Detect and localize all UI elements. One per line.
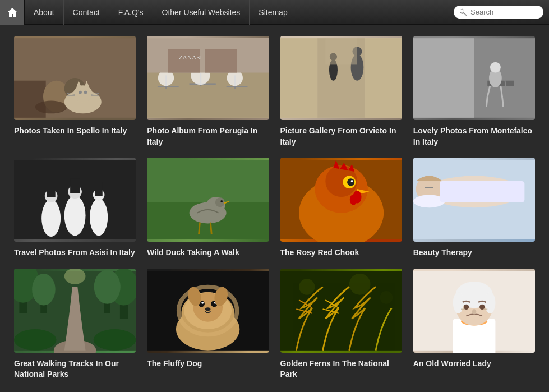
card-title-perugia: Photo Album From Perugia In Italy — [147, 126, 269, 147]
card-asisi[interactable]: Travel Photos From Asisi In Italy — [14, 158, 136, 259]
nav-other-websites[interactable]: Other Useful Websites — [153, 0, 250, 25]
svg-point-75 — [350, 180, 353, 182]
svg-point-108 — [205, 307, 210, 311]
svg-line-66 — [199, 223, 200, 234]
card-image-lady — [413, 269, 535, 353]
svg-rect-28 — [205, 49, 237, 73]
svg-rect-23 — [227, 86, 248, 87]
svg-point-53 — [64, 196, 86, 236]
navigation: About Contact F.A.Q's Other Useful Websi… — [0, 0, 549, 25]
home-icon — [7, 7, 18, 18]
svg-point-120 — [453, 292, 464, 313]
card-title-asisi: Travel Photos From Asisi In Italy — [14, 247, 136, 259]
svg-line-47 — [502, 98, 503, 107]
main-content: Photos Taken In Spello In Italy ZANASI P… — [0, 25, 549, 391]
card-title-walking: Great Walking Tracks In Our National Par… — [14, 358, 136, 380]
svg-rect-38 — [325, 38, 357, 64]
svg-rect-1 — [14, 81, 46, 118]
nav-contact[interactable]: Contact — [64, 0, 109, 25]
svg-point-74 — [347, 178, 354, 186]
svg-point-97 — [64, 269, 86, 284]
card-title-orvieto: Picture Gallery From Orvieto In Italy — [280, 126, 402, 147]
svg-point-63 — [215, 197, 225, 207]
search-icon — [459, 8, 467, 16]
svg-rect-55 — [70, 178, 80, 193]
card-title-montefalco: Lovely Photos From Montefalco In Italy — [413, 126, 535, 147]
svg-point-93 — [94, 270, 121, 303]
svg-rect-40 — [413, 38, 474, 118]
svg-text:ZANASI: ZANASI — [179, 54, 202, 61]
svg-rect-31 — [280, 38, 317, 118]
card-title-dog: The Fluffy Dog — [147, 358, 269, 370]
card-image-ferns — [280, 269, 402, 353]
svg-point-43 — [490, 62, 501, 73]
card-image-beauty — [413, 158, 535, 242]
card-image-dog — [147, 269, 269, 353]
nav-sitemap[interactable]: Sitemap — [250, 0, 297, 25]
card-duck[interactable]: Wild Duck Taking A Walk — [147, 158, 269, 259]
svg-point-121 — [485, 292, 495, 313]
card-title-spello: Photos Taken In Spello In Italy — [14, 126, 136, 137]
svg-point-78 — [349, 195, 357, 205]
card-perugia[interactable]: ZANASI Photo Album From Perugia In Italy — [147, 36, 269, 147]
card-title-lady: An Old Worried Lady — [413, 358, 535, 370]
card-chook[interactable]: The Rosy Red Chook — [280, 158, 402, 259]
card-ferns[interactable]: Golden Ferns In The National Park — [280, 269, 402, 380]
card-image-duck — [147, 158, 269, 242]
svg-point-65 — [221, 200, 223, 202]
svg-point-50 — [41, 200, 61, 237]
svg-line-46 — [486, 96, 487, 107]
card-montefalco[interactable]: Lovely Photos From Montefalco In Italy — [413, 36, 535, 147]
photo-grid: Photos Taken In Spello In Italy ZANASI P… — [14, 36, 535, 380]
svg-point-56 — [90, 199, 108, 236]
svg-point-9 — [79, 91, 82, 94]
svg-rect-17 — [158, 86, 179, 87]
svg-point-96 — [94, 329, 136, 351]
svg-rect-32 — [365, 38, 402, 118]
svg-line-67 — [211, 223, 212, 234]
card-image-perugia: ZANASI — [147, 36, 269, 120]
nav-about[interactable]: About — [25, 0, 64, 25]
card-spello[interactable]: Photos Taken In Spello In Italy — [14, 36, 136, 147]
card-title-duck: Wild Duck Taking A Walk — [147, 247, 269, 259]
card-lady[interactable]: An Old Worried Lady — [413, 269, 535, 380]
svg-rect-84 — [440, 181, 524, 202]
search-input[interactable] — [470, 8, 538, 16]
card-orvieto[interactable]: Picture Gallery From Orvieto In Italy — [280, 36, 402, 147]
card-image-spello — [14, 36, 136, 120]
card-title-beauty: Beauty Therapy — [413, 247, 535, 259]
card-image-chook — [280, 158, 402, 242]
svg-point-123 — [479, 304, 485, 309]
card-image-walking — [14, 269, 136, 353]
svg-point-113 — [349, 274, 370, 295]
svg-point-106 — [202, 302, 204, 304]
card-image-montefalco — [413, 36, 535, 120]
svg-point-4 — [35, 101, 67, 114]
svg-rect-27 — [168, 49, 200, 73]
card-walking[interactable]: Great Walking Tracks In Our National Par… — [14, 269, 136, 380]
card-title-chook: The Rosy Red Chook — [280, 247, 402, 259]
card-dog[interactable]: The Fluffy Dog — [147, 269, 269, 380]
svg-point-10 — [84, 91, 87, 94]
card-image-asisi — [14, 158, 136, 242]
card-beauty[interactable]: Beauty Therapy — [413, 158, 535, 259]
svg-point-124 — [472, 309, 477, 314]
home-button[interactable] — [0, 0, 25, 25]
svg-point-6 — [73, 85, 93, 102]
svg-point-114 — [380, 291, 393, 304]
svg-rect-58 — [95, 182, 103, 196]
svg-point-95 — [14, 329, 57, 351]
card-image-orvieto — [280, 36, 402, 120]
svg-rect-52 — [47, 181, 56, 197]
svg-point-91 — [32, 274, 56, 306]
nav-faqs[interactable]: F.A.Q's — [109, 0, 153, 25]
search-box[interactable] — [454, 6, 543, 19]
svg-point-122 — [463, 304, 468, 309]
card-title-ferns: Golden Ferns In The National Park — [280, 358, 402, 380]
svg-point-112 — [299, 279, 315, 294]
